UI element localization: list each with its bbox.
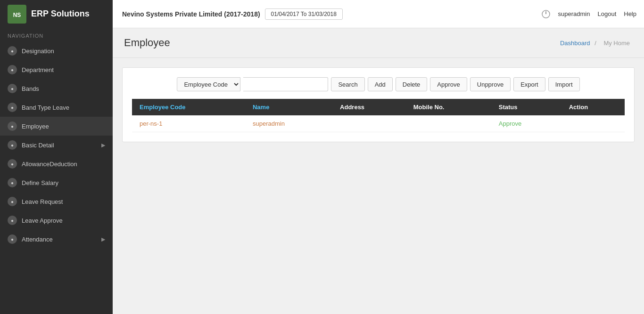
leave-request-icon: ● [8, 197, 17, 206]
table-container: Employee Code Name Mobile No. Search Add… [122, 67, 635, 142]
filter-bar: Employee Code Name Mobile No. Search Add… [132, 77, 625, 91]
power-icon[interactable] [541, 9, 551, 19]
logout-button[interactable]: Logout [597, 10, 616, 17]
col-emp-code[interactable]: Employee Code [132, 99, 245, 115]
date-range-badge[interactable]: 01/04/2017 To 31/03/2018 [265, 8, 343, 20]
nav-label: NAVIGATION [0, 28, 113, 41]
sidebar-item-label: Define Salary [22, 179, 58, 186]
company-name: Nevino Systems Private Limited (2017-201… [122, 10, 260, 18]
breadcrumb: Dashboard / My Home [560, 40, 633, 47]
sidebar-item-label: Leave Approve [22, 217, 63, 224]
sidebar-item-attendance[interactable]: ● Attendance ▶ [0, 230, 113, 249]
sidebar-item-label: Department [22, 66, 54, 73]
breadcrumb-dashboard[interactable]: Dashboard [560, 40, 590, 47]
help-button[interactable]: Help [624, 10, 636, 17]
chevron-right-icon: ▶ [101, 236, 105, 242]
table-header-row: Employee Code Name Address Mobile No. St… [132, 99, 625, 115]
sidebar-item-label: Attendance [22, 236, 53, 243]
delete-button[interactable]: Delete [396, 77, 428, 91]
approve-button[interactable]: Approve [430, 77, 467, 91]
breadcrumb-current: My Home [603, 40, 630, 47]
cell-emp-code: per-ns-1 [132, 115, 245, 132]
breadcrumb-separator: / [594, 40, 596, 47]
header-right: superadmin Logout Help [541, 9, 636, 19]
attendance-icon: ● [8, 234, 17, 244]
employee-icon: ● [8, 121, 17, 131]
header-center: Nevino Systems Private Limited (2017-201… [113, 8, 541, 20]
employee-table: Employee Code Name Address Mobile No. St… [132, 99, 625, 132]
bands-icon: ● [8, 84, 17, 93]
export-button[interactable]: Export [513, 77, 545, 91]
sidebar-item-label: AllowanceDeduction [22, 161, 77, 168]
page-title: Employee [124, 37, 170, 49]
basic-detail-icon: ● [8, 140, 17, 150]
svg-text:NS: NS [13, 12, 21, 18]
top-header: NS ERP Solutions Nevino Systems Private … [0, 0, 644, 28]
table-row: per-ns-1 superadmin Approve [132, 115, 625, 132]
sidebar-item-department[interactable]: ● Department [0, 60, 113, 79]
sidebar-item-band-type-leave[interactable]: ● Band Type Leave [0, 98, 113, 117]
content-area: Employee Dashboard / My Home Employee Co… [113, 28, 644, 314]
emp-code-link[interactable]: per-ns-1 [140, 120, 162, 127]
sidebar-item-label: Leave Request [22, 198, 63, 205]
col-address: Address [332, 99, 406, 115]
col-status: Status [491, 99, 561, 115]
sidebar-item-label: Band Type Leave [22, 104, 69, 111]
cell-name: superadmin [245, 115, 332, 132]
sidebar: NAVIGATION ● Designation ● Department ● … [0, 28, 113, 314]
filter-select[interactable]: Employee Code Name Mobile No. [177, 77, 240, 91]
allowance-icon: ● [8, 159, 17, 169]
unpprove-button[interactable]: Unpprove [470, 77, 511, 91]
sidebar-item-employee[interactable]: ● Employee [0, 117, 113, 136]
logo-area: NS ERP Solutions [0, 0, 113, 28]
name-link[interactable]: superadmin [253, 120, 285, 127]
add-button[interactable]: Add [368, 77, 393, 91]
department-icon: ● [8, 65, 17, 74]
col-mobile: Mobile No. [406, 99, 491, 115]
band-type-leave-icon: ● [8, 103, 17, 112]
app-title: ERP Solutions [31, 9, 90, 19]
sidebar-item-allowance-deduction[interactable]: ● AllowanceDeduction [0, 154, 113, 173]
import-button[interactable]: Import [548, 77, 580, 91]
search-button[interactable]: Search [331, 77, 364, 91]
sidebar-item-label: Bands [22, 85, 39, 92]
username-label: superadmin [558, 10, 590, 17]
define-salary-icon: ● [8, 178, 17, 187]
sidebar-item-designation[interactable]: ● Designation [0, 41, 113, 60]
sidebar-item-leave-request[interactable]: ● Leave Request [0, 192, 113, 211]
designation-icon: ● [8, 46, 17, 56]
sidebar-item-bands[interactable]: ● Bands [0, 79, 113, 98]
sidebar-item-leave-approve[interactable]: ● Leave Approve [0, 211, 113, 230]
main-layout: NAVIGATION ● Designation ● Department ● … [0, 28, 644, 314]
cell-address [332, 115, 406, 132]
sidebar-item-define-salary[interactable]: ● Define Salary [0, 173, 113, 192]
col-name[interactable]: Name [245, 99, 332, 115]
cell-mobile [406, 115, 491, 132]
sidebar-item-basic-detail[interactable]: ● Basic Detail ▶ [0, 136, 113, 154]
logo-icon: NS [8, 5, 26, 24]
cell-action [561, 115, 625, 132]
leave-approve-icon: ● [8, 216, 17, 225]
cell-status: Approve [491, 115, 561, 132]
col-action: Action [561, 99, 625, 115]
sidebar-item-label: Designation [22, 48, 54, 55]
chevron-right-icon: ▶ [101, 142, 105, 148]
page-header: Employee Dashboard / My Home [113, 28, 644, 58]
sidebar-item-label: Employee [22, 123, 49, 130]
sidebar-item-label: Basic Detail [22, 142, 54, 149]
status-badge: Approve [499, 120, 521, 127]
filter-input[interactable] [243, 77, 328, 91]
